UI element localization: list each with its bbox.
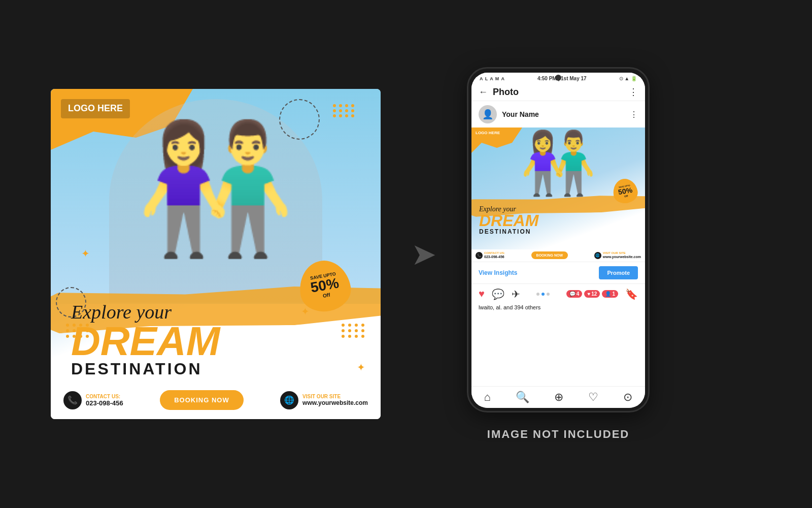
dot-2: [542, 293, 545, 296]
back-button[interactable]: ←: [479, 87, 488, 98]
mini-post-bottom-bar: 📞 CONTACT US: 023-098-456 BOOKING NOW 🌐 …: [471, 249, 645, 262]
comment-icon: 💬: [569, 291, 576, 297]
mini-phone-icon: 📞: [476, 252, 483, 259]
caption-text: IMAGE NOT INCLUDED: [487, 428, 629, 441]
contact-section: 📞 CONTACT US: 023-098-456: [63, 391, 123, 409]
nav-home-button[interactable]: ⌂: [484, 391, 491, 404]
carrier-text: A L A M A: [480, 76, 505, 81]
dot-1: [536, 293, 539, 296]
likes-count: 12: [591, 291, 597, 297]
visit-label: VISIT OUR SITE: [302, 394, 368, 399]
booking-button[interactable]: BOOKING NOW: [160, 390, 244, 410]
user-options-button[interactable]: ⋮: [630, 110, 638, 119]
photo-label: Photo: [493, 87, 624, 98]
mini-website-section: 🌐 VISIT OUR SITE www.yourwebsite.com: [594, 251, 641, 260]
bottom-nav: ⌂ 🔍 ⊕ ♡ ⊙: [471, 386, 645, 408]
likes-bubble: ♥ 12: [584, 290, 600, 298]
likes-text: lwaito, al. and 394 others: [471, 304, 645, 313]
text-section: Explore your DREAM DESTINATION: [71, 301, 220, 378]
mini-text-section: Explore your DREAM DESTINATION: [479, 205, 538, 235]
mini-off-text: Off: [624, 194, 628, 198]
carousel-dots: [536, 293, 550, 296]
destination-text: DESTINATION: [71, 360, 220, 378]
logo-box: LOGO HERE: [61, 99, 130, 118]
mini-logo: LOGO HERE: [476, 131, 500, 136]
phone-mockup: A L A M A 4:50 PM | 1st May 17 ⊙ ▲ 🔋 ← P…: [467, 67, 650, 412]
share-button[interactable]: ✈: [512, 288, 520, 300]
design-card: LOGO HERE SAVE UPTO 50% Off ✦ ✦ ✦: [51, 89, 381, 419]
comment-count: 4: [577, 291, 580, 297]
website-section: 🌐 VISIT OUR SITE www.yourwebsite.com: [280, 391, 368, 409]
bookmark-button[interactable]: 🔖: [625, 288, 638, 300]
mini-contact-label: CONTACT US:: [484, 251, 505, 255]
dream-text: DREAM: [71, 323, 220, 360]
mini-contact-section: 📞 CONTACT US: 023-098-456: [476, 251, 505, 260]
nav-heart-button[interactable]: ♡: [588, 391, 598, 404]
website-url: www.yourwebsite.com: [302, 399, 368, 406]
user-icon-notif: 👤: [605, 291, 611, 297]
heart-icon: ♥: [587, 291, 590, 297]
like-button[interactable]: ♥: [479, 288, 485, 300]
discount-off: Off: [322, 292, 330, 299]
insights-row: View Insights Promote: [471, 262, 645, 284]
comments-bubble: 💬 4: [566, 290, 583, 298]
user-row: 👤 Your Name ⋮: [471, 101, 645, 128]
phone-screen: A L A M A 4:50 PM | 1st May 17 ⊙ ▲ 🔋 ← P…: [471, 73, 645, 408]
star-decoration-3: ✦: [357, 361, 365, 373]
mini-post-card: LOGO HERE 👫 SAVE UPTO 50% Off Explore yo…: [471, 128, 645, 249]
star-decoration-1: ✦: [81, 247, 90, 260]
nav-profile-button[interactable]: ⊙: [623, 391, 632, 404]
users-bubble: 👤 1: [602, 290, 618, 298]
contact-label: CONTACT US:: [86, 394, 123, 399]
website-info: VISIT OUR SITE www.yourwebsite.com: [302, 394, 368, 406]
dashed-circle-decoration: [279, 99, 320, 140]
phone-icon: 📞: [63, 391, 82, 409]
mini-contact-number: 023-098-456: [484, 255, 505, 259]
mini-dream-text: DREAM: [479, 213, 538, 228]
nav-search-button[interactable]: 🔍: [516, 391, 529, 404]
mini-booking-button[interactable]: BOOKING NOW: [531, 251, 568, 259]
mini-visit-label: VISIT OUR SITE: [603, 251, 641, 255]
username: Your Name: [502, 110, 625, 118]
promote-button[interactable]: Promote: [599, 266, 638, 279]
mini-destination-text: DESTINATION: [479, 228, 538, 235]
contact-number: 023-098-456: [86, 399, 123, 407]
app-header: ← Photo ⋮: [471, 83, 645, 101]
nav-add-button[interactable]: ⊕: [554, 391, 563, 404]
actions-row: ♥ 💬 ✈ 💬 4: [471, 284, 645, 304]
mini-couple-image: 👫: [520, 128, 596, 199]
mini-contact-info: CONTACT US: 023-098-456: [484, 251, 505, 260]
avatar: 👤: [479, 105, 497, 123]
bottom-bar: 📞 CONTACT US: 023-098-456 BOOKING NOW 🌐 …: [51, 381, 381, 419]
more-button[interactable]: ⋮: [629, 86, 638, 98]
comment-button[interactable]: 💬: [492, 288, 504, 300]
contact-info: CONTACT US: 023-098-456: [86, 394, 123, 407]
status-icons: ⊙ ▲ 🔋: [619, 76, 637, 81]
notification-bubbles: 💬 4 ♥ 12 👤 1: [566, 290, 618, 298]
mini-web-info: VISIT OUR SITE www.yourwebsite.com: [603, 251, 641, 260]
mini-globe-icon: 🌐: [594, 252, 601, 259]
users-count: 1: [612, 291, 615, 297]
dots-top-right: [333, 104, 355, 117]
dots-mid-right: [342, 324, 365, 338]
dot-3: [547, 293, 550, 296]
arrow-icon: ➤: [411, 236, 436, 272]
main-container: LOGO HERE SAVE UPTO 50% Off ✦ ✦ ✦: [51, 67, 761, 441]
camera-dot: [555, 75, 561, 81]
globe-icon: 🌐: [280, 391, 298, 409]
time-text: 4:50 PM | 1st May 17: [537, 76, 587, 81]
phone-mockup-wrapper: A L A M A 4:50 PM | 1st May 17 ⊙ ▲ 🔋 ← P…: [467, 67, 650, 441]
mini-website-url: www.yourwebsite.com: [603, 255, 641, 259]
arrow-container: ➤: [411, 236, 436, 272]
view-insights-button[interactable]: View Insights: [479, 269, 517, 276]
